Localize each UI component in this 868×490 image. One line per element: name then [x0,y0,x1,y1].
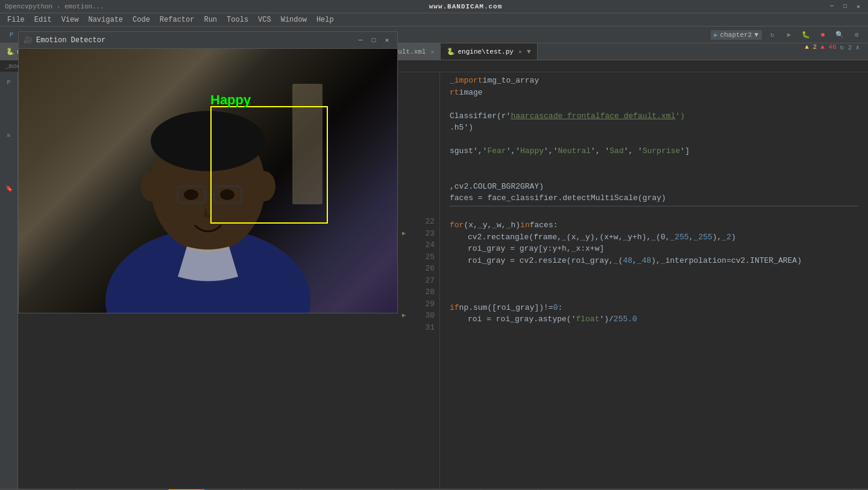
code-token: roi_gray = cv2.resize(roi_gray, [468,255,614,267]
code-token: 0 [553,302,558,314]
code-token: 48 [623,255,632,267]
gutter-line [399,192,409,204]
menu-run[interactable]: Run [199,14,222,25]
code-token: interpolation=cv2.INTER_AREA) [665,255,802,267]
menu-navigate[interactable]: Navigate [83,14,128,25]
close-button[interactable]: ✕ [854,2,863,11]
code-token: ) [731,231,736,243]
sidebar-project-icon[interactable]: P [1,75,17,90]
code-token: haarcascade_frontalface_default.xml [511,110,675,122]
content-area: 🎥 Emotion Detector ─ □ ✕ [18,72,868,489]
menu-edit[interactable]: Edit [30,14,57,25]
gutter-line [399,145,409,157]
settings-icon[interactable]: ⚙ [850,29,863,41]
gutter-line-29 [399,298,409,310]
ln-blank [412,145,435,157]
code-token: _ [623,231,627,243]
code-token: roi = roi_gray.astype(' [468,313,576,325]
gutter-line [399,134,409,146]
ln-27: 27 [412,275,435,287]
tab-dropdown[interactable]: ▼ [527,48,531,55]
code-token: ( [618,255,623,267]
code-line-28 [450,278,858,291]
maximize-button[interactable]: □ [840,2,850,11]
window-controls[interactable]: ─ □ ✕ [827,2,863,11]
code-token: _ [651,231,656,243]
code-token: (x, [464,219,477,231]
stop-button[interactable]: ■ [816,29,829,41]
menu-view[interactable]: View [57,14,84,25]
code-line-blank4 [450,169,858,181]
ln-23: 23 [412,228,435,240]
menu-window[interactable]: Window [276,14,312,25]
menu-tools[interactable]: Tools [222,14,253,25]
code-token: Sad [609,145,623,157]
run-button[interactable]: ▶ [782,29,796,41]
code-token: w, [497,219,506,231]
code-token: ')/ [599,313,613,325]
menu-refactor[interactable]: Refactor [155,14,200,25]
code-line-classifier: Classifier(r' haarcascade_frontalface_de… [450,110,858,122]
code-token: .h5') [450,122,473,134]
ln-blank [412,122,435,134]
gutter-line [399,169,409,181]
code-token: cv2.rectangle(frame, [468,231,562,243]
gutter-line [399,157,409,169]
code-token: 255 [698,231,712,243]
tab-close[interactable]: ✕ [430,48,434,55]
face-detection-box [210,106,328,224]
warning-badge: ▲ 2 [805,43,817,51]
project-icon[interactable]: P [5,29,18,41]
code-token: 2 [726,231,731,243]
debug-button[interactable]: 🐛 [799,29,813,41]
chapter-selector[interactable]: ▶ chapter2 ▼ [711,30,762,40]
sync-button[interactable]: ↻ [766,29,779,41]
menu-file[interactable]: File [2,14,30,25]
code-token: (x, [567,231,580,243]
tab-enginetestpy[interactable]: 🐍 engine\test.py ✕ ▼ [441,43,537,60]
code-line-31: roi = roi_gray.astype(' float ')/ 255.0 [450,313,858,325]
tab-label: engine\test.py [458,48,513,55]
code-token: _ [670,231,675,243]
gutter-line-24 [399,239,409,251]
code-container: ▶ ▶ [398,72,868,489]
tab-close[interactable]: ✕ [518,48,522,55]
gutter-line-28 [399,286,409,298]
menu-bar: File Edit View Navigate Code Refactor Ru… [0,13,868,27]
code-token: Fear [487,145,506,157]
ln-blank [412,181,435,193]
sidebar-structure-icon[interactable]: ≡ [1,128,17,143]
code-token: : [558,302,562,314]
code-line-blank2 [450,134,858,146]
title-bar-left: Opencvpython - emotion... [5,3,104,10]
code-token: _ [506,219,511,231]
code-token: Classifier(r' [450,110,511,122]
code-token: _ [637,255,642,267]
expand-icon[interactable]: ∧ [855,43,860,51]
ln-blank [412,98,435,110]
code-line-23: for (x, _ y, _ w, _ h) in faces: [450,219,858,231]
main-layout: P ≡ 🔖 🎥 Emotion Detector ─ □ ✕ [0,72,868,489]
menu-vcs[interactable]: VCS [253,14,276,25]
code-content[interactable]: _import img_to_array rt image Classifier… [440,72,868,489]
emotion-canvas: Happy [19,72,397,313]
code-line-faces: faces = face_classifier.detectMultiScale… [450,192,858,204]
menu-help[interactable]: Help [312,14,339,25]
code-token: faces: [530,219,558,231]
code-token: 255.0 [614,313,637,325]
search-icon[interactable]: 🔍 [833,29,846,41]
warning-counts: ▲ 2 ▲ 46 ↻ 2 ∧ [805,43,860,51]
code-line-24: cv2.rectangle(frame, _ (x, _ y),(x+w, _ … [450,231,858,243]
sidebar-bookmark-icon[interactable]: 🔖 [1,181,17,196]
code-token: _ [478,219,483,231]
ln-blank [412,75,435,87]
menu-code[interactable]: Code [128,14,155,25]
code-line-top1: _import img_to_array [450,75,858,87]
chapter-name: chapter2 [720,31,752,39]
code-token: , [689,231,694,243]
code-token: 48 [642,255,652,267]
gutter-line [399,75,409,87]
code-token: _ [661,255,665,267]
ln-blank [412,134,435,146]
minimize-button[interactable]: ─ [827,2,837,11]
